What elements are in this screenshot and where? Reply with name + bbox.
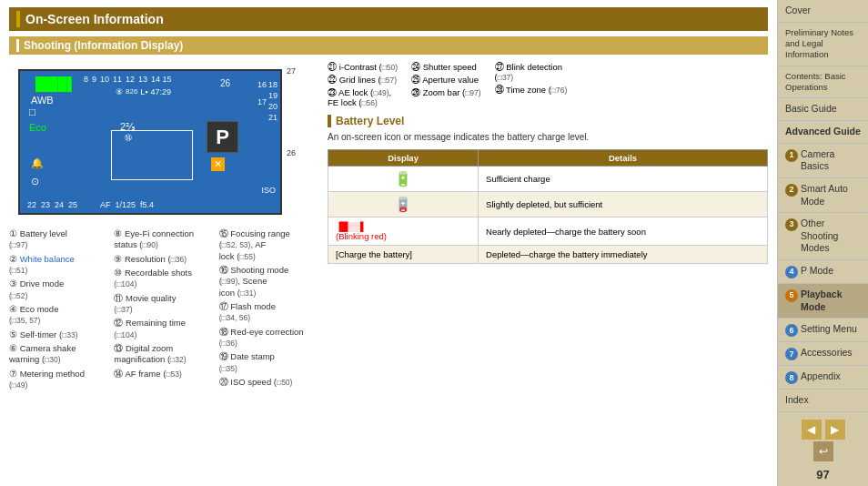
sidebar-camera-basics-label: Camera Basics xyxy=(801,148,861,173)
info-item-14: ⑭ AF frame (□53) xyxy=(114,369,213,380)
cam-right-side-numbers: 18 19 20 21 xyxy=(268,80,278,122)
sidebar-item-prelim[interactable]: Preliminary Notes and Legal Information xyxy=(778,23,868,66)
sidebar-other-shooting-label: Other Shooting Modes xyxy=(801,218,861,255)
right-panel: ㉑ i-Contrast (□50) ㉒ Grid lines (□57) ㉓ … xyxy=(328,62,768,393)
battery-detail-full: Sufficient charge xyxy=(479,167,768,192)
sidebar-item-setting-menu[interactable]: 6 Setting Menu xyxy=(778,319,868,342)
ref-zoom-bar: ㉖ Zoom bar (□97) xyxy=(411,87,481,97)
sidebar-item-smart-auto[interactable]: 2 Smart Auto Mode xyxy=(778,178,868,213)
page-title: On-Screen Information xyxy=(25,12,164,26)
info-item-10: ⑩ Recordable shots(□104) xyxy=(114,268,213,290)
sidebar-num-6: 6 xyxy=(785,324,798,337)
sidebar-item-contents[interactable]: Contents: Basic Operations xyxy=(778,66,868,99)
cam-wb-indicator: AWB xyxy=(31,95,54,106)
info-item-7: ⑦ Metering method(□49) xyxy=(9,369,108,391)
cam-bottom-info: 22232425 AF 1/125 f5.4 xyxy=(27,200,154,209)
sidebar-smart-auto-label: Smart Auto Mode xyxy=(801,183,861,208)
ref-shutter: ㉔ Shutter speed xyxy=(411,62,481,72)
info-col-3: ⑮ Focusing range(□52, 53), AFlock (□55) … xyxy=(219,228,318,393)
sidebar-item-basic[interactable]: Basic Guide xyxy=(778,98,868,121)
ref-col-1: ㉑ i-Contrast (□50) ㉒ Grid lines (□57) ㉓ … xyxy=(328,62,398,107)
cam-af-label: ⑭ xyxy=(125,133,132,143)
sidebar-num-7: 7 xyxy=(785,348,798,360)
battery-charge-text: [Charge the battery] xyxy=(336,249,412,259)
cam-metering-method: ⊙ xyxy=(31,176,39,187)
subsection-label: Shooting (Information Display) xyxy=(24,39,183,52)
info-col-1: ① Battery level(□97) ② White balance(□51… xyxy=(9,228,108,393)
content-row: ▐███▌ AWB □ Eco 🔔 ⊙ 891011121314 15 ⑧826… xyxy=(9,62,768,393)
sidebar-p-mode-label: P Mode xyxy=(801,265,833,278)
sidebar-item-playback[interactable]: 5 Playback Mode xyxy=(778,284,868,319)
ref-aperture: ㉕ Aperture value xyxy=(411,75,481,85)
info-item-4: ④ Eco mode(□35, 57) xyxy=(9,304,108,327)
sidebar-num-1: 1 xyxy=(785,149,798,162)
info-item-3: ③ Drive mode(□52) xyxy=(9,278,108,301)
battery-display-low: ▐█░░▌(Blinking red) xyxy=(328,218,479,246)
main-content: On-Screen Information Shooting (Informat… xyxy=(0,0,777,486)
info-item-18: ⑱ Red-eye correction(□36) xyxy=(219,327,318,349)
nav-back-button[interactable]: ↩ xyxy=(813,441,833,461)
sidebar-index-label: Index xyxy=(785,394,809,405)
sidebar-num-4: 4 xyxy=(785,266,798,278)
section-title: On-Screen Information xyxy=(9,7,768,31)
sidebar-item-index[interactable]: Index xyxy=(778,390,868,412)
info-col-2: ⑧ Eye-Fi connectionstatus (□90) ⑨ Resolu… xyxy=(114,228,213,393)
ref-col-3: ㉗ Blink detection(□37) ㉘ Time zone (□76) xyxy=(495,62,568,107)
info-item-2: ② White balance(□51) xyxy=(9,254,108,277)
cam-mode-p: P xyxy=(207,121,238,153)
diagram-label-26: 26 xyxy=(287,148,296,157)
battery-row-full: 🔋 Sufficient charge xyxy=(328,167,768,192)
sidebar-item-p-mode[interactable]: 4 P Mode xyxy=(778,260,868,284)
info-item-11: ⑪ Movie quality(□37) xyxy=(114,293,213,316)
cam-zoom-indicator: 26 xyxy=(220,78,230,88)
diagram-info-list: ① Battery level(□97) ② White balance(□51… xyxy=(9,228,318,393)
cam-iso-display: ISO xyxy=(261,186,276,195)
battery-row-medium: 🪫 Slightly depleted, but sufficient xyxy=(328,192,768,218)
info-item-12: ⑫ Remaining time(□104) xyxy=(114,318,213,340)
cam-af-frame xyxy=(111,130,193,180)
ref-col-2: ㉔ Shutter speed ㉕ Aperture value ㉖ Zoom … xyxy=(411,62,481,107)
sidebar-nav: ◀ ▶ xyxy=(778,414,868,441)
nav-prev-button[interactable]: ◀ xyxy=(802,420,822,440)
sidebar-basic-label: Basic Guide xyxy=(785,103,837,114)
battery-detail-low: Nearly depleted—charge the battery soon xyxy=(479,218,768,246)
camera-diagram: ▐███▌ AWB □ Eco 🔔 ⊙ 891011121314 15 ⑧826… xyxy=(9,62,300,221)
sidebar-item-advanced[interactable]: Advanced Guide xyxy=(778,121,868,144)
sidebar-item-accessories[interactable]: 7 Accessories xyxy=(778,342,868,366)
sidebar-advanced-label: Advanced Guide xyxy=(785,126,861,137)
page-number: 97 xyxy=(778,465,868,486)
battery-icon-full: 🔋 xyxy=(336,170,470,187)
battery-display-empty: [Charge the battery] xyxy=(328,246,479,264)
sidebar-setting-menu-label: Setting Menu xyxy=(801,323,857,336)
sidebar-num-2: 2 xyxy=(785,184,798,197)
cam-flash-indicator: ✕ xyxy=(211,157,225,171)
info-item-20: ⑳ ISO speed (□50) xyxy=(219,377,318,388)
info-item-19: ⑲ Date stamp(□35) xyxy=(219,351,318,374)
battery-detail-empty: Depleted—charge the battery immediately xyxy=(479,246,768,264)
sidebar-item-camera-basics[interactable]: 1 Camera Basics xyxy=(778,144,868,178)
info-item-15: ⑮ Focusing range(□52, 53), AFlock (□55) xyxy=(219,228,318,262)
sidebar-item-appendix[interactable]: 8 Appendix xyxy=(778,366,868,390)
battery-icon-medium: 🪫 xyxy=(336,196,470,213)
cam-mid-info: ⑧826L▪47:29 xyxy=(116,87,171,96)
ref-grid-lines: ㉒ Grid lines (□57) xyxy=(328,75,398,85)
sidebar-item-cover[interactable]: Cover xyxy=(778,0,868,23)
cam-shutter-speed: 2⅔ xyxy=(120,121,136,133)
cam-shake-warning: 🔔 xyxy=(31,157,44,169)
battery-detail-medium: Slightly depleted, but sufficient xyxy=(479,192,768,218)
info-item-16: ⑯ Shooting mode(□99), Sceneicon (□31) xyxy=(219,265,318,299)
info-item-1: ① Battery level(□97) xyxy=(9,228,108,251)
sidebar: Cover Preliminary Notes and Legal Inform… xyxy=(777,0,868,486)
sidebar-appendix-label: Appendix xyxy=(801,370,841,383)
sidebar-accessories-label: Accessories xyxy=(801,347,853,359)
sidebar-num-8: 8 xyxy=(785,371,798,384)
subsection-title: Shooting (Information Display) xyxy=(9,36,768,55)
info-item-17: ⑰ Flash mode(□34, 56) xyxy=(219,301,318,324)
sidebar-item-other-shooting[interactable]: 3 Other Shooting Modes xyxy=(778,213,868,260)
sidebar-cover-label: Cover xyxy=(785,5,811,15)
info-item-13: ⑬ Digital zoommagnification (□32) xyxy=(114,343,213,366)
cam-eco-mode: Eco xyxy=(29,122,46,133)
battery-section-title: Battery Level xyxy=(328,115,768,127)
nav-next-button[interactable]: ▶ xyxy=(825,420,845,440)
sidebar-contents-label: Contents: Basic Operations xyxy=(785,71,846,92)
